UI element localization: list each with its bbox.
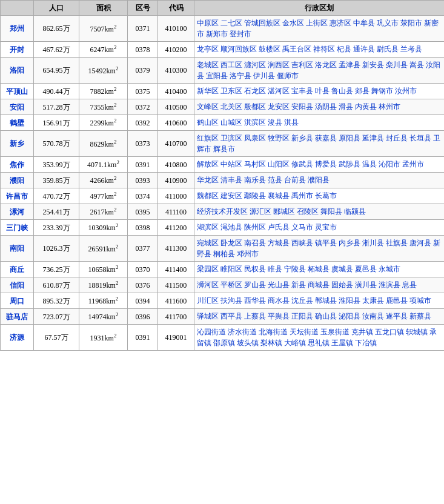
admin-link[interactable]: 宝丰县: [291, 87, 313, 95]
admin-link[interactable]: 长葛市: [315, 191, 337, 200]
admin-link[interactable]: 金水区: [282, 19, 304, 27]
admin-link[interactable]: 北关区: [220, 102, 242, 111]
admin-link[interactable]: 方城县: [268, 239, 290, 247]
city-name[interactable]: 开封: [1, 42, 34, 58]
admin-link[interactable]: 范县: [268, 176, 282, 184]
city-name[interactable]: 三门峡: [1, 220, 34, 236]
admin-link[interactable]: 鄢陵县: [244, 191, 266, 200]
admin-link[interactable]: 大峪镇: [284, 339, 306, 347]
admin-link[interactable]: 夏邑县: [355, 265, 377, 273]
admin-link[interactable]: 孟州市: [402, 160, 424, 168]
admin-link[interactable]: 鹿邑县: [386, 296, 408, 305]
admin-link[interactable]: 泌阳县: [339, 312, 360, 320]
admin-link[interactable]: 洛宁县: [230, 71, 251, 80]
admin-link[interactable]: 沁园街道: [197, 328, 226, 336]
admin-link[interactable]: 社旗县: [386, 239, 408, 247]
admin-link[interactable]: 平桥区: [220, 280, 242, 289]
admin-link[interactable]: 中站区: [220, 160, 242, 168]
admin-link[interactable]: 唐河县: [409, 239, 431, 247]
admin-link[interactable]: 杞县: [337, 45, 351, 53]
admin-link[interactable]: 息县: [402, 280, 417, 289]
city-name[interactable]: 濮阳: [1, 173, 34, 188]
admin-link[interactable]: 固始县: [331, 280, 353, 289]
admin-link[interactable]: 老城区: [197, 61, 219, 69]
admin-link[interactable]: 临颍县: [344, 207, 366, 216]
admin-link[interactable]: 潢川县: [355, 280, 377, 289]
city-name[interactable]: 信阳: [1, 277, 34, 293]
admin-link[interactable]: 思礼镇: [308, 339, 330, 347]
admin-link[interactable]: 汤阴县: [315, 102, 337, 111]
admin-link[interactable]: 浚县: [268, 118, 282, 127]
admin-link[interactable]: 新乡县: [291, 134, 313, 142]
admin-link[interactable]: 舞阳县: [320, 207, 342, 216]
admin-link[interactable]: 梁园区: [197, 265, 219, 273]
admin-link[interactable]: 安阳县: [291, 102, 313, 111]
admin-link[interactable]: 凤泉区: [244, 134, 266, 142]
admin-link[interactable]: 五龙口镇: [375, 328, 404, 336]
admin-link[interactable]: 郾城区: [273, 207, 295, 216]
admin-link[interactable]: 武陟县: [339, 160, 360, 168]
admin-link[interactable]: 延津县: [362, 134, 384, 142]
admin-link[interactable]: 扶沟县: [220, 296, 242, 305]
admin-link[interactable]: 荥阳市: [400, 19, 422, 27]
admin-link[interactable]: 滑县: [339, 102, 353, 111]
admin-link[interactable]: 郏县: [355, 87, 369, 95]
admin-link[interactable]: 商城县: [308, 280, 330, 289]
admin-link[interactable]: 建安区: [220, 191, 242, 200]
admin-link[interactable]: 濮阳县: [308, 176, 330, 184]
admin-link[interactable]: 沁阳市: [379, 160, 400, 168]
city-name[interactable]: 漯河: [1, 204, 34, 220]
admin-link[interactable]: 华龙区: [197, 176, 219, 184]
admin-link[interactable]: 宛城区: [197, 239, 219, 247]
city-name[interactable]: 南阳: [1, 236, 34, 262]
admin-link[interactable]: 淇县: [284, 118, 299, 127]
admin-link[interactable]: 源汇区: [250, 207, 271, 216]
admin-link[interactable]: 山阳区: [268, 160, 290, 168]
admin-link[interactable]: 淇滨区: [244, 118, 266, 127]
admin-link[interactable]: 襄城县: [268, 191, 290, 200]
admin-link[interactable]: 禹王台区: [282, 45, 311, 53]
admin-link[interactable]: 辉县市: [213, 145, 235, 153]
admin-link[interactable]: 殷都区: [244, 102, 266, 111]
admin-link[interactable]: 涧西区: [268, 61, 290, 69]
admin-link[interactable]: 中牟县: [353, 19, 375, 27]
admin-link[interactable]: 新县: [291, 280, 306, 289]
admin-link[interactable]: 宜阳县: [206, 71, 228, 80]
admin-link[interactable]: 罗山县: [244, 280, 266, 289]
admin-link[interactable]: 伊川县: [253, 71, 275, 80]
admin-link[interactable]: 浉河区: [197, 280, 219, 289]
admin-link[interactable]: 宁陵县: [284, 265, 306, 273]
admin-link[interactable]: 封丘县: [386, 134, 408, 142]
city-name[interactable]: 商丘: [1, 262, 34, 277]
admin-link[interactable]: 淮阳县: [339, 296, 360, 305]
admin-link[interactable]: 通许县: [353, 45, 375, 53]
admin-link[interactable]: 石龙区: [244, 87, 266, 95]
city-name[interactable]: 郑州: [1, 16, 34, 42]
admin-link[interactable]: 嵩县: [409, 61, 424, 69]
admin-link[interactable]: 龙安区: [268, 102, 290, 111]
admin-link[interactable]: 遂平县: [386, 312, 408, 320]
admin-link[interactable]: 睢阳区: [220, 265, 242, 273]
admin-link[interactable]: 邵原镇: [213, 339, 235, 347]
admin-link[interactable]: 龙亭区: [197, 45, 219, 53]
admin-link[interactable]: 新安县: [362, 61, 384, 69]
admin-link[interactable]: 山城区: [220, 118, 242, 127]
admin-link[interactable]: 修武县: [291, 160, 313, 168]
city-name[interactable]: 许昌市: [1, 188, 34, 204]
city-name[interactable]: 济源: [1, 325, 34, 351]
admin-link[interactable]: 巩义市: [377, 19, 399, 27]
admin-link[interactable]: 叶县: [315, 87, 330, 95]
city-name[interactable]: 安阳: [1, 99, 34, 115]
admin-link[interactable]: 洛龙区: [315, 61, 337, 69]
admin-link[interactable]: 川汇区: [197, 296, 219, 305]
admin-link[interactable]: 西工区: [220, 61, 242, 69]
admin-link[interactable]: 祥符区: [313, 45, 335, 53]
admin-link[interactable]: 湖滨区: [197, 223, 219, 231]
admin-link[interactable]: 经济技术开发区: [197, 207, 248, 216]
city-name[interactable]: 平顶山: [1, 84, 34, 99]
admin-link[interactable]: 获嘉县: [315, 134, 337, 142]
admin-link[interactable]: 光山县: [268, 280, 290, 289]
admin-link[interactable]: 西华县: [244, 296, 266, 305]
admin-link[interactable]: 邓州市: [237, 250, 259, 258]
admin-link[interactable]: 淅川县: [362, 239, 384, 247]
